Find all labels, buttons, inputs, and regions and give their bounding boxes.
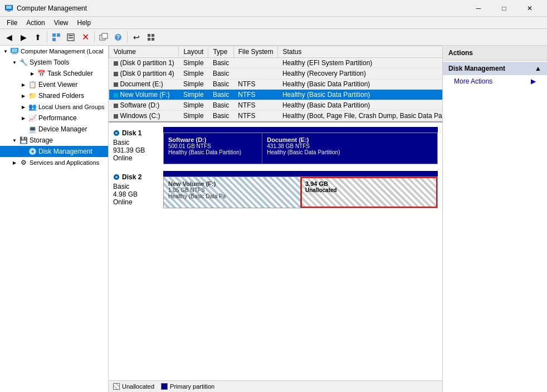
toolbar-up[interactable]: ⬆ [31,31,45,44]
legend-unallocated-label: Unallocated [122,383,154,390]
expand-performance[interactable]: ▶ [19,114,28,122]
disk2-p2-status: Unallocated [305,187,433,193]
toolbar-sep1 [47,32,47,43]
disk2-part2[interactable]: 3.94 GB Unallocated [301,177,437,208]
toolbar-sep3 [127,32,128,43]
tree-comp-mgmt[interactable]: ▼ Computer Management (Local [0,46,108,57]
left-panel: ▼ Computer Management (Local ▼ 🔧 System … [0,46,109,392]
tree-local-users[interactable]: ▶ 👥 Local Users and Groups [0,101,108,112]
legend-bar: Unallocated Primary partition [109,380,442,392]
vol-cell: New Volume (F:) [109,90,179,100]
toolbar-delete[interactable]: ✕ [79,31,92,44]
table-row[interactable]: (Disk 0 partition 4)SimpleBasicHealthy (… [109,68,443,79]
disk2-p2-name: 3.94 GB [305,180,433,187]
disk2-size: 4.98 GB [113,190,159,198]
disk-mgmt-icon: 💿 [28,147,37,156]
svg-rect-15 [152,34,154,37]
col-fs[interactable]: File System [233,46,278,58]
tree-disk-mgmt[interactable]: ▶ 💿 Disk Management [0,146,108,157]
expand-services[interactable]: ▶ [10,158,19,167]
toolbar-forward[interactable]: ▶ [17,31,30,44]
tree-performance[interactable]: ▶ 📈 Performance [0,112,108,124]
actions-disk-mgmt-title[interactable]: Disk Management ▲ [443,62,547,75]
tree-device-manager[interactable]: ▶ 💻 Device Manager [0,124,108,135]
tree-storage[interactable]: ▼ 💾 Storage [0,135,108,146]
disk1-p1-size: 500.01 GB NTFS [168,143,257,149]
legend-unallocated-box [113,383,120,390]
toolbar-back[interactable]: ◀ [2,31,16,44]
disk2-type: Basic [113,183,159,190]
col-volume[interactable]: Volume [109,46,179,58]
disk2-name: Disk 2 [122,173,141,181]
toolbar-extra2[interactable] [144,31,158,44]
expand-storage[interactable]: ▼ [10,136,19,145]
disk2-partitions: New Volume (F:) 1.05 GB NTFS Healthy (Ba… [163,177,438,208]
more-actions-link[interactable]: More Actions ▶ [443,75,547,87]
col-status[interactable]: Status [278,46,442,58]
disk1-p2-status: Healthy (Basic Data Partition) [267,149,433,155]
table-row[interactable]: (Disk 0 partition 1)SimpleBasicHealthy (… [109,58,443,68]
expand-shared-folders[interactable]: ▶ [19,91,28,100]
toolbar-sep2 [94,32,95,43]
tree-shared-folders[interactable]: ▶ 📁 Shared Folders [0,90,108,101]
legend-primary-label: Primary partition [170,383,214,390]
disk1-label: Disk 1 Basic 931.39 GB Online [113,127,163,164]
menu-file[interactable]: File [2,18,22,28]
volume-table: Volume Layout Type File System Status (D… [109,46,442,121]
app-icon [4,4,13,13]
tree-label-shared-folders: Shared Folders [38,92,84,100]
toolbar-new-window[interactable] [97,31,110,44]
system-tools-icon: 🔧 [19,58,28,67]
table-row[interactable]: Windows (C:)SimpleBasicNTFSHealthy (Boot… [109,111,443,121]
svg-rect-2 [6,6,12,9]
table-row[interactable]: Document (E:)SimpleBasicNTFSHealthy (Bas… [109,79,443,90]
title-bar: Computer Management ─ □ ✕ [0,0,547,17]
disk1-part2[interactable]: Document (E:) 431.38 GB NTFS Healthy (Ba… [262,133,437,164]
toolbar-show-hide[interactable] [50,31,63,44]
legend-unallocated: Unallocated [113,383,154,390]
svg-rect-5 [57,33,60,37]
menu-action[interactable]: Action [22,18,49,28]
window-controls: ─ □ ✕ [466,0,543,17]
col-layout[interactable]: Layout [179,46,208,58]
tree-label-local-users: Local Users and Groups [38,104,105,110]
vol-cell: (Disk 0 partition 4) [109,68,179,79]
expand-comp-mgmt[interactable]: ▼ [1,47,10,56]
table-row[interactable]: Software (D:)SimpleBasicNTFSHealthy (Bas… [109,100,443,111]
svg-rect-21 [12,53,17,55]
toolbar-properties[interactable] [64,31,77,44]
tree-label-disk-mgmt: Disk Management [38,148,92,155]
performance-icon: 📈 [28,114,37,122]
tree-services-apps[interactable]: ▶ ⚙ Services and Applications [0,157,108,168]
actions-disk-mgmt-label: Disk Management [448,65,505,72]
disk2-p1-size: 1.05 GB NTFS [168,187,296,193]
svg-rect-20 [12,53,17,53]
menu-view[interactable]: View [50,18,73,28]
toolbar-extra1[interactable]: ↩ [130,31,143,44]
shared-folders-icon: 📁 [28,91,37,100]
disk1-part1[interactable]: Software (D:) 500.01 GB NTFS Healthy (Ba… [164,133,262,164]
table-row[interactable]: New Volume (F:)SimpleBasicNTFSHealthy (B… [109,90,443,100]
minimize-button[interactable]: ─ [466,0,491,17]
expand-event-viewer[interactable]: ▶ [19,80,28,89]
disk2-header [163,171,438,177]
expand2-task-scheduler[interactable]: ▶ [28,69,37,78]
comp-mgmt-icon [10,47,19,56]
menu-help[interactable]: Help [73,18,96,28]
col-type[interactable]: Type [208,46,233,58]
maximize-button[interactable]: □ [491,0,517,17]
tree-system-tools[interactable]: ▼ 🔧 System Tools [0,57,108,68]
expand-system-tools[interactable]: ▼ [10,58,19,67]
actions-panel: Actions Disk Management ▲ More Actions ▶ [442,46,547,392]
toolbar-help[interactable]: ? [111,31,125,44]
disk1-p2-name: Document (E:) [267,136,433,143]
volume-table-area: Volume Layout Type File System Status (D… [109,46,442,122]
expand-local-users[interactable]: ▶ [19,102,28,111]
disk2-label: Disk 2 Basic 4.98 GB Online [113,171,163,208]
tree-label-device-manager: Device Manager [38,125,87,133]
disk2-part1[interactable]: New Volume (F:) 1.05 GB NTFS Healthy (Ba… [164,177,301,208]
tree-event-viewer[interactable]: ▶ 📋 Event Viewer [0,79,108,90]
close-button[interactable]: ✕ [517,0,543,17]
tree-task-scheduler[interactable]: ▶ ▶ 📅 Task Scheduler [0,68,108,79]
disk1-size: 931.39 GB [113,146,159,154]
